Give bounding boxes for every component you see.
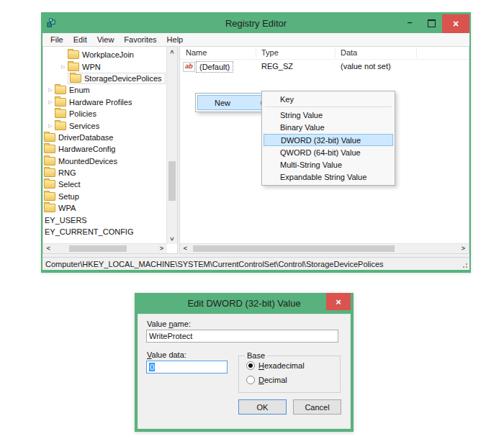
close-icon: × xyxy=(336,297,341,307)
column-divider[interactable] xyxy=(416,48,417,58)
tree-item-selected[interactable]: StorageDevicePolices xyxy=(43,73,166,84)
menu-edit[interactable]: Edit xyxy=(68,33,92,46)
ok-button[interactable]: OK xyxy=(238,399,287,415)
tree-item-label: Select xyxy=(58,180,81,189)
tree-vertical-scrollbar[interactable]: > > xyxy=(166,47,177,244)
folder-icon xyxy=(44,145,55,153)
radio-selected-icon[interactable] xyxy=(246,361,255,370)
expander-icon[interactable]: ▷ xyxy=(46,123,55,129)
expander-icon[interactable]: ▷ xyxy=(46,99,55,105)
folder-icon xyxy=(55,98,66,107)
tree-item-label: Hardware Profiles xyxy=(69,98,132,107)
dialog-body: Value name: WriteProtect Value data: 0 B… xyxy=(138,314,351,429)
tree-item[interactable]: ▷Enum xyxy=(43,84,166,96)
tree-item[interactable]: WorkplaceJoin xyxy=(43,49,166,60)
tree-item[interactable]: HardwareConfig xyxy=(43,143,166,155)
scroll-down-icon[interactable]: > xyxy=(168,235,176,244)
base-group-label: Base xyxy=(245,351,267,360)
maximize-button[interactable] xyxy=(420,14,442,33)
cancel-button[interactable]: Cancel xyxy=(293,399,341,415)
value-name-label: Value name: xyxy=(147,320,191,328)
column-divider[interactable] xyxy=(256,48,256,58)
close-icon: × xyxy=(453,18,459,30)
value-data-field[interactable]: 0 xyxy=(146,361,228,374)
value-name-text: WriteProtect xyxy=(149,332,192,340)
list-header: Name Type Data xyxy=(180,47,469,60)
scrollbar-thumb[interactable] xyxy=(193,245,395,252)
reg-sz-icon: ab xyxy=(183,62,195,72)
tree-item-label: WPN xyxy=(82,63,101,71)
page-canvas: Registry Editor – × File Edit View Favor… xyxy=(0,0,504,439)
submenu-item-qword-value[interactable]: QWORD (64-bit) Value xyxy=(264,146,393,158)
submenu-item-expandable-string-value[interactable]: Expandable String Value xyxy=(264,171,393,184)
window-controls: – × xyxy=(399,14,469,33)
minimize-icon: – xyxy=(408,17,413,27)
folder-icon xyxy=(44,180,55,189)
scrollbar-thumb[interactable] xyxy=(69,245,127,252)
scroll-right-icon[interactable]: > xyxy=(157,244,166,253)
tree-item-label: WPA xyxy=(58,204,76,212)
scroll-right-icon[interactable]: > xyxy=(459,244,468,253)
folder-icon xyxy=(44,168,55,177)
list-horizontal-scrollbar[interactable]: < > xyxy=(180,243,469,253)
status-path: Computer\HKEY_LOCAL_MACHINE\SYSTEM\Curre… xyxy=(45,260,384,268)
hexadecimal-label: Hexadecimal xyxy=(258,361,305,370)
decimal-radio[interactable]: Decimal xyxy=(246,376,287,384)
tree-item[interactable]: ▷Services xyxy=(43,119,166,131)
tree-item-label: RNG xyxy=(58,168,76,177)
submenu-item-key[interactable]: Key xyxy=(264,93,393,105)
column-header-name[interactable]: Name xyxy=(186,48,207,57)
hexadecimal-radio[interactable]: Hexadecimal xyxy=(246,361,305,370)
scroll-up-icon[interactable]: > xyxy=(168,47,176,57)
dialog-close-button[interactable]: × xyxy=(326,293,351,310)
registry-editor-icon xyxy=(46,18,57,29)
scroll-left-icon[interactable]: < xyxy=(181,244,190,253)
tree-item[interactable]: Select xyxy=(43,178,166,190)
tree-item[interactable]: Policies xyxy=(43,108,166,119)
tree-item[interactable]: DriverDatabase xyxy=(43,132,166,143)
dialog-title-bar[interactable]: Edit DWORD (32-bit) Value × xyxy=(135,293,354,314)
radio-unselected-icon[interactable] xyxy=(246,376,255,384)
registry-tree-pane: WorkplaceJoin ▷WPN StorageDevicePolices … xyxy=(42,46,178,254)
menu-file[interactable]: File xyxy=(45,33,68,46)
tree-item[interactable]: EY_CURRENT_CONFIG xyxy=(43,226,166,237)
tree-item[interactable]: ▷Hardware Profiles xyxy=(43,96,166,108)
menu-favorites[interactable]: Favorites xyxy=(119,33,161,46)
tree-rows: WorkplaceJoin ▷WPN StorageDevicePolices … xyxy=(43,49,166,237)
tree-horizontal-scrollbar[interactable]: < > xyxy=(43,243,167,253)
tree-item-label: Enum xyxy=(69,86,90,94)
submenu-item-binary-value[interactable]: Binary Value xyxy=(264,122,393,134)
tree-item[interactable]: RNG xyxy=(43,167,166,178)
menu-help[interactable]: Help xyxy=(162,33,189,46)
tree-item[interactable]: Setup xyxy=(43,191,166,202)
tree-item[interactable]: WPA xyxy=(43,202,166,214)
column-header-type[interactable]: Type xyxy=(261,48,279,57)
resize-grip[interactable] xyxy=(466,266,467,268)
scroll-left-icon[interactable]: < xyxy=(44,244,53,253)
maximize-icon xyxy=(428,19,436,27)
submenu-item-dword-value[interactable]: DWORD (32-bit) Value xyxy=(264,134,393,146)
menu-view[interactable]: View xyxy=(92,33,120,46)
tree-item[interactable]: EY_USERS xyxy=(43,214,166,225)
tree-item[interactable]: ▷WPN xyxy=(43,60,166,72)
close-button[interactable]: × xyxy=(442,14,469,33)
minimize-button[interactable]: – xyxy=(399,14,420,33)
status-bar: Computer\HKEY_LOCAL_MACHINE\SYSTEM\Curre… xyxy=(42,257,469,270)
submenu-item-string-value[interactable]: String Value xyxy=(264,109,393,121)
column-header-data[interactable]: Data xyxy=(341,48,357,57)
title-bar[interactable]: Registry Editor – × xyxy=(42,14,469,33)
value-row-default[interactable]: ab (Default) REG_SZ (value not set) xyxy=(180,61,469,73)
scrollbar-thumb[interactable] xyxy=(168,161,176,201)
context-menu-item-new[interactable]: New ▶ xyxy=(197,95,269,110)
folder-icon xyxy=(55,122,66,130)
expander-icon[interactable]: ▷ xyxy=(46,87,55,93)
new-menu-label: New xyxy=(198,99,261,107)
tree-item[interactable]: MountedDevices xyxy=(43,155,166,167)
expander-icon[interactable]: ▷ xyxy=(59,64,68,70)
value-name-field[interactable]: WriteProtect xyxy=(146,330,338,343)
submenu-item-multi-string-value[interactable]: Multi-String Value xyxy=(264,158,393,171)
value-name-cell[interactable]: (Default) xyxy=(196,61,233,73)
tree-item-label: MountedDevices xyxy=(58,157,117,166)
column-divider[interactable] xyxy=(335,48,336,58)
folder-icon xyxy=(55,109,66,118)
